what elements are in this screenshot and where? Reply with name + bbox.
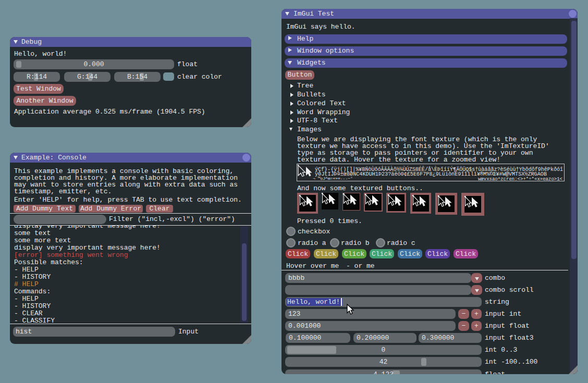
svg-text:wævxsao^zcren:<>+*÷*«x»eazo>1<: wævxsao^zcren:<>+*÷*«x»eazo>1< <box>478 177 562 181</box>
svg-text:¬ ™oJ^m=«»¤---~°: ¬ ™oJ^m=«»¤---~° <box>313 176 353 181</box>
